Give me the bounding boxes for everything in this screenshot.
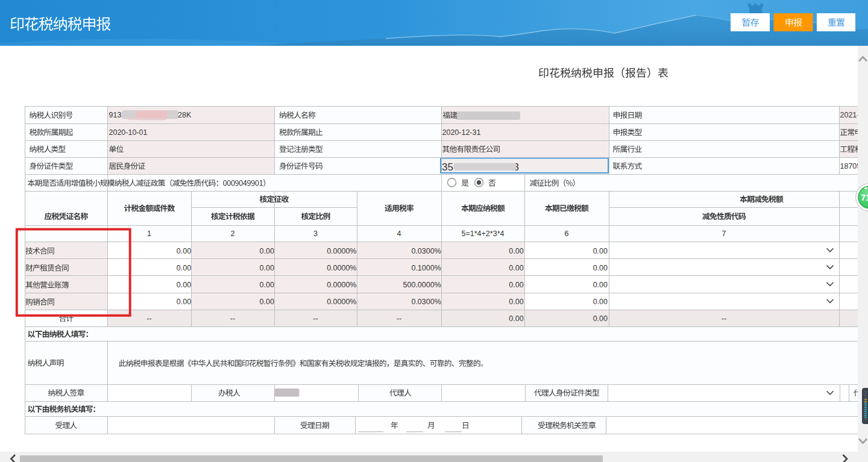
- svg-text:0.00: 0.00: [177, 247, 191, 255]
- svg-text:0.0000%: 0.0000%: [327, 281, 356, 289]
- svg-text:5=1*4+2*3*4: 5=1*4+2*3*4: [462, 229, 505, 238]
- svg-text:2020-12-31: 2020-12-31: [442, 128, 481, 137]
- svg-text:0.00: 0.00: [593, 264, 608, 272]
- svg-text:0.00: 0.00: [260, 247, 274, 255]
- svg-text:500.0000%: 500.0000%: [403, 281, 441, 289]
- svg-text:4: 4: [397, 229, 401, 238]
- svg-text:35: 35: [442, 161, 453, 173]
- svg-text:--: --: [230, 314, 235, 323]
- svg-text:0.00: 0.00: [509, 247, 523, 255]
- svg-text:3: 3: [313, 229, 318, 238]
- svg-text:913: 913: [109, 111, 122, 119]
- svg-text:2: 2: [231, 229, 235, 238]
- svg-text:0.0000%: 0.0000%: [327, 247, 356, 255]
- svg-text:--: --: [313, 314, 318, 323]
- svg-text:0.00: 0.00: [177, 298, 191, 306]
- svg-text:0.0300%: 0.0300%: [411, 247, 441, 255]
- svg-text:0.00: 0.00: [509, 264, 523, 272]
- svg-text:--: --: [722, 314, 726, 323]
- svg-text:0.00: 0.00: [593, 281, 608, 289]
- svg-text:--: --: [397, 314, 401, 323]
- svg-text:0.00: 0.00: [509, 298, 523, 306]
- svg-text:0.00: 0.00: [509, 314, 523, 323]
- svg-text:0.00: 0.00: [260, 298, 274, 306]
- svg-text:0.00: 0.00: [509, 281, 523, 289]
- svg-text:0.1000%: 0.1000%: [411, 264, 441, 272]
- svg-text:1: 1: [147, 229, 151, 238]
- svg-text:0.0300%: 0.0300%: [411, 298, 441, 306]
- svg-text:2020-10-01: 2020-10-01: [109, 128, 148, 137]
- svg-text:0.00: 0.00: [260, 281, 274, 289]
- svg-text:0.00: 0.00: [177, 281, 191, 289]
- svg-text:0.00: 0.00: [593, 247, 608, 255]
- svg-text:0.00: 0.00: [177, 264, 191, 272]
- svg-text:6: 6: [565, 229, 569, 238]
- svg-text:0.0000%: 0.0000%: [327, 298, 356, 306]
- svg-text:0.0000%: 0.0000%: [327, 264, 356, 272]
- svg-text:71: 71: [861, 193, 868, 202]
- svg-text:--: --: [146, 314, 151, 323]
- svg-text:0.00: 0.00: [260, 264, 274, 272]
- svg-text:7: 7: [722, 229, 726, 238]
- svg-text:0.00: 0.00: [593, 298, 608, 306]
- svg-text:28K: 28K: [178, 111, 192, 119]
- svg-text:0.00: 0.00: [593, 314, 608, 323]
